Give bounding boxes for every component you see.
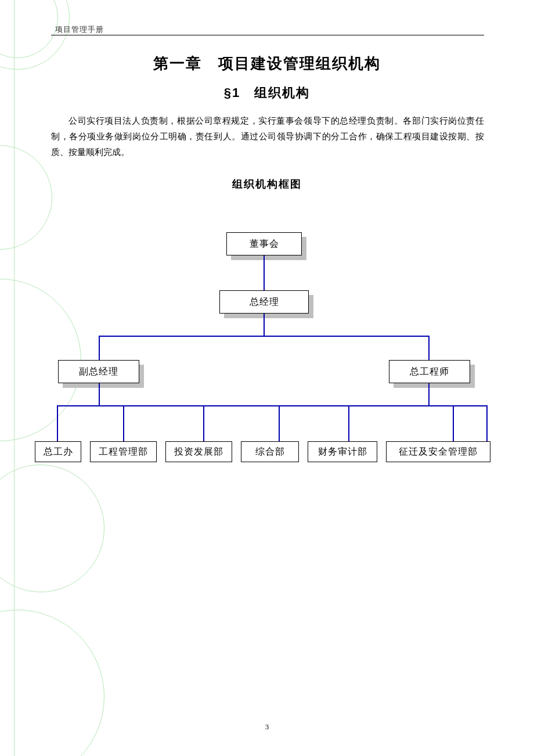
connector bbox=[486, 405, 488, 441]
chapter-title: 第一章 项目建设管理组织机构 bbox=[0, 53, 534, 74]
connector bbox=[453, 405, 454, 441]
connector bbox=[279, 405, 280, 441]
node-chief-engineer: 总工程师 bbox=[389, 360, 470, 383]
connector bbox=[99, 336, 100, 360]
body-paragraph: 公司实行项目法人负责制，根据公司章程规定，实行董事会领导下的总经理负责制。各部门… bbox=[51, 113, 484, 160]
page-number: 3 bbox=[0, 722, 534, 732]
connector bbox=[428, 336, 430, 360]
page-header: 项目管理手册 bbox=[55, 24, 229, 35]
deco-circle bbox=[0, 465, 104, 592]
connector bbox=[57, 405, 488, 406]
deco-stripe bbox=[0, 0, 15, 756]
node-dept-6: 征迁及安全管理部 bbox=[386, 441, 490, 462]
chart-title: 组织机构框图 bbox=[0, 177, 534, 191]
connector bbox=[428, 383, 430, 406]
node-deputy-gm: 副总经理 bbox=[58, 360, 139, 383]
connector bbox=[348, 405, 349, 441]
node-dept-5: 财务审计部 bbox=[308, 441, 377, 462]
connector bbox=[57, 405, 58, 441]
node-dept-4: 综合部 bbox=[241, 441, 299, 462]
node-gm: 总经理 bbox=[219, 290, 309, 314]
section-title: §1 组织机构 bbox=[0, 84, 534, 102]
node-board: 董事会 bbox=[226, 232, 302, 255]
org-chart: 董事会 总经理 副总经理 总工程师 总工办 工程管理部 投资发展部 综合部 财务… bbox=[35, 232, 499, 482]
node-dept-2: 工程管理部 bbox=[90, 441, 157, 462]
connector bbox=[203, 405, 204, 441]
deco-circle bbox=[0, 610, 104, 756]
connector bbox=[264, 314, 265, 337]
connector bbox=[99, 336, 430, 337]
node-dept-3: 投资发展部 bbox=[165, 441, 232, 462]
deco-circle bbox=[0, 0, 58, 58]
connector bbox=[123, 405, 124, 441]
connector bbox=[264, 255, 265, 290]
connector bbox=[99, 383, 100, 406]
node-dept-1: 总工办 bbox=[35, 441, 81, 462]
header-underline bbox=[51, 35, 484, 35]
